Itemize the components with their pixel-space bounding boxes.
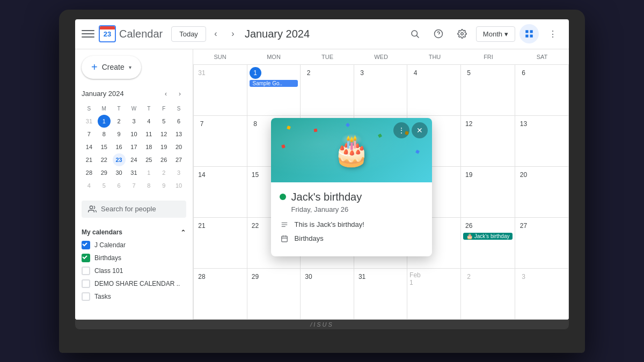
cal-date[interactable]: 7 (196, 118, 208, 130)
cal-date[interactable]: 31 (356, 271, 368, 283)
mini-day[interactable]: 4 (83, 179, 96, 192)
cal-cell[interactable]: 19 (461, 167, 516, 218)
cal-date[interactable]: 3 (356, 67, 368, 79)
mini-day[interactable]: 18 (142, 141, 155, 153)
cal-cell[interactable]: 14 (194, 167, 247, 218)
cal-date[interactable]: 5 (463, 67, 475, 79)
calendar-item-tasks[interactable]: Tasks (82, 290, 186, 303)
mini-day[interactable]: 2 (113, 115, 126, 128)
hamburger-menu-icon[interactable] (82, 27, 94, 40)
mini-day[interactable]: 4 (142, 115, 155, 128)
cal-date[interactable]: 4 (409, 67, 421, 79)
mini-day[interactable]: 1 (142, 166, 155, 179)
calendar-item-class101[interactable]: Class 101 (82, 264, 186, 277)
prev-month-button[interactable]: ‹ (208, 26, 223, 41)
mini-day[interactable]: 28 (83, 166, 96, 179)
cal-cell[interactable]: 1 Sample Go.. (247, 65, 301, 116)
cal-date[interactable]: 8 (250, 118, 261, 130)
cal-date[interactable]: 19 (463, 169, 475, 181)
mini-day[interactable]: 13 (172, 128, 185, 141)
mini-day[interactable]: 9 (157, 179, 170, 192)
mini-day[interactable]: 24 (127, 153, 140, 166)
cal-cell[interactable]: 5 (461, 65, 516, 116)
cal-cell[interactable]: Feb 1 (407, 269, 461, 320)
cal-cell[interactable]: 31 (354, 269, 408, 320)
cal-date[interactable]: 12 (463, 118, 475, 130)
mini-day[interactable]: 8 (142, 179, 155, 192)
mini-day[interactable]: 27 (172, 153, 185, 166)
view-mode-selector[interactable]: Month ▾ (476, 26, 515, 42)
jacks-birthday-event-chip[interactable]: 🎂 Jack's birthday (463, 233, 513, 240)
cal-date[interactable]: 3 (517, 271, 529, 283)
cal-date[interactable]: 26 (463, 220, 475, 232)
settings-button[interactable] (452, 24, 472, 43)
cal-cell[interactable]: 6 (515, 65, 569, 116)
mini-day[interactable]: 22 (98, 153, 111, 166)
mini-day[interactable]: 5 (157, 115, 170, 128)
cal-date[interactable]: Feb 1 (409, 273, 421, 285)
cal-date[interactable]: 2 (303, 67, 314, 79)
cal-date[interactable]: 2 (463, 271, 475, 283)
mini-prev-button[interactable]: ‹ (159, 87, 172, 100)
event-chip[interactable]: Sample Go.. (250, 80, 298, 87)
cal-date[interactable]: 28 (196, 271, 208, 283)
mini-day[interactable]: 6 (113, 179, 126, 192)
today-button[interactable]: Today (171, 26, 206, 42)
next-month-button[interactable]: › (225, 26, 240, 41)
cal-cell[interactable]: 7 (194, 116, 247, 167)
mini-day[interactable]: 12 (157, 128, 170, 141)
cal-date[interactable]: 31 (196, 67, 208, 79)
cal-date[interactable]: 27 (517, 220, 529, 232)
mini-day[interactable]: 11 (142, 128, 155, 141)
cal-date[interactable]: 20 (517, 169, 529, 181)
cal-cell[interactable]: 12 (461, 116, 516, 167)
view-grid-button[interactable] (519, 24, 539, 43)
mini-day[interactable]: 25 (142, 153, 155, 166)
cal-date[interactable]: 6 (517, 67, 529, 79)
mini-day[interactable]: 7 (83, 128, 96, 141)
mini-day-today[interactable]: 1 (98, 115, 111, 128)
search-button[interactable] (405, 24, 425, 43)
cal-cell[interactable]: 2 (301, 65, 354, 116)
mini-day[interactable]: 20 (172, 141, 185, 153)
cal-date[interactable]: 30 (303, 271, 314, 283)
popup-close-button[interactable]: ✕ (412, 122, 428, 138)
mini-day[interactable]: 8 (98, 128, 111, 141)
cal-date[interactable]: 13 (517, 118, 529, 130)
cal-cell[interactable]: 3 (515, 269, 569, 320)
calendar-item-jcalendar[interactable]: J Calendar (82, 239, 186, 252)
more-options-button[interactable]: ⋮ (543, 24, 562, 43)
search-people-button[interactable]: Search for people (82, 201, 186, 218)
cal-date[interactable]: 14 (196, 169, 208, 181)
cal-cell[interactable]: 27 (515, 218, 569, 269)
calendar-item-birthdays[interactable]: Birthdays (82, 252, 186, 264)
cal-cell[interactable]: 26 🎂 Jack's birthday (461, 218, 516, 269)
help-button[interactable] (429, 24, 448, 43)
cal-cell[interactable]: 13 (515, 116, 569, 167)
cal-cell[interactable]: 21 (194, 218, 247, 269)
cal-cell[interactable]: 30 (301, 269, 354, 320)
mini-day[interactable]: 3 (127, 115, 140, 128)
mini-day[interactable]: 3 (172, 166, 185, 179)
mini-day[interactable]: 14 (83, 141, 96, 153)
mini-day[interactable]: 10 (127, 128, 140, 141)
cal-date-today[interactable]: 1 (250, 67, 261, 79)
cal-cell[interactable]: 31 (194, 65, 247, 116)
create-button[interactable]: + Create ▾ (82, 56, 141, 79)
mini-day-selected[interactable]: 23 (113, 153, 126, 166)
cal-date[interactable]: 15 (250, 169, 261, 181)
mini-day[interactable]: 16 (113, 141, 126, 153)
cal-cell[interactable]: 29 (247, 269, 301, 320)
cal-cell[interactable]: 20 (515, 167, 569, 218)
mini-day[interactable]: 7 (127, 179, 140, 192)
cal-cell[interactable]: 2 (461, 269, 516, 320)
mini-day[interactable]: 6 (172, 115, 185, 128)
mini-day[interactable]: 30 (113, 166, 126, 179)
mini-day[interactable]: 19 (157, 141, 170, 153)
birthday-popup[interactable]: 🎂 ⋮ ✕ Jack's birthday (271, 118, 432, 256)
cal-date[interactable]: 29 (250, 271, 261, 283)
mini-day[interactable]: 29 (98, 166, 111, 179)
popup-more-button[interactable]: ⋮ (393, 122, 409, 138)
cal-date[interactable]: 21 (196, 220, 208, 232)
mini-day[interactable]: 31 (127, 166, 140, 179)
